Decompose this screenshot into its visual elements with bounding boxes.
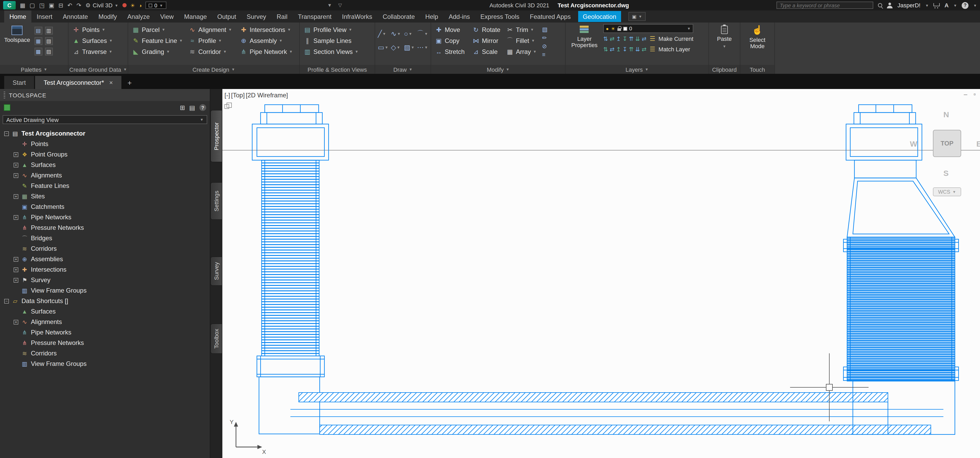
plus-expander-icon[interactable]: +: [14, 319, 18, 324]
autodesk-store-icon[interactable]: A: [944, 2, 948, 8]
ribbon-button-fillet[interactable]: ⌒Fillet▼: [505, 35, 539, 46]
viewcube-east[interactable]: E: [976, 139, 980, 148]
ribbon-button-traverse[interactable]: ⊿Traverse▼: [71, 46, 114, 57]
undo-icon[interactable]: ↶: [67, 2, 72, 9]
tab-survey[interactable]: Survey: [242, 10, 272, 22]
tree-item-survey[interactable]: +⚑Survey: [0, 275, 210, 285]
tab-express-tools[interactable]: Express Tools: [475, 10, 525, 22]
tab-manage[interactable]: Manage: [179, 10, 212, 22]
ribbon-button-points[interactable]: ✛Points▼: [71, 24, 114, 35]
circle-icon[interactable]: ○▼: [404, 27, 416, 40]
tree-item-surfaces[interactable]: ▲Surfaces: [0, 306, 210, 317]
chevron-down-icon[interactable]: ▼: [327, 3, 332, 8]
more-draw-tools-icon[interactable]: ⋯▼: [417, 41, 429, 53]
layer-copy-icon[interactable]: ⇄: [642, 46, 646, 53]
tab-output[interactable]: Output: [212, 10, 242, 22]
ribbon-button-section-views[interactable]: ▥Section Views▼: [302, 46, 360, 57]
layer-thaw-icon[interactable]: ⇊: [635, 35, 640, 42]
minus-expander-icon[interactable]: −: [4, 298, 9, 303]
viewcube-west[interactable]: W: [910, 139, 917, 148]
panel-label-modify[interactable]: Modify▼: [431, 65, 565, 74]
tree-item-alignments[interactable]: +∿Alignments: [0, 317, 210, 327]
ribbon-button-assembly[interactable]: ⊕Assembly▼: [239, 35, 297, 46]
search-icon[interactable]: [878, 3, 882, 7]
tab-home[interactable]: Home: [4, 10, 32, 22]
drawing-canvas[interactable]: Y X [-] [Top] [2D Wireframe] – ▫ N W S E…: [223, 89, 980, 458]
tab-collaborate[interactable]: Collaborate: [377, 10, 420, 22]
tree-item-data-shortcuts[interactable]: −▱Data Shortcuts []: [0, 296, 210, 306]
tab-view[interactable]: View: [155, 10, 179, 22]
side-tab-prospector[interactable]: Prospector: [210, 110, 222, 162]
viewport-minimize-control[interactable]: [-]: [224, 92, 230, 99]
tree-item-view-frame-groups[interactable]: ▥View Frame Groups: [0, 285, 210, 296]
arc-icon[interactable]: ⌒▼: [417, 27, 429, 40]
ribbon-button-rotate[interactable]: ↻Rotate: [471, 24, 502, 35]
viewport-view-control[interactable]: [Top]: [231, 92, 245, 99]
match-layer-button[interactable]: Match Layer: [659, 46, 690, 52]
ribbon-button-move[interactable]: ✚Move: [434, 24, 468, 35]
titlebar-layer-control[interactable]: 0 ▼: [145, 2, 166, 9]
tab-modify[interactable]: Modify: [93, 10, 122, 22]
tab-add-ins[interactable]: Add-ins: [444, 10, 475, 22]
tab-transparent[interactable]: Transparent: [293, 10, 337, 22]
start-tab[interactable]: Start: [4, 76, 34, 89]
hatch-icon[interactable]: ▨▼: [404, 41, 416, 53]
help-icon[interactable]: ?: [962, 2, 969, 9]
tree-item-pressure-networks[interactable]: ⋔Pressure Networks: [0, 338, 210, 348]
ribbon-button-stretch[interactable]: ↔Stretch: [434, 46, 468, 57]
tab-infraworks[interactable]: InfraWorks: [337, 10, 377, 22]
layer-unisolate-icon[interactable]: ⇄: [609, 35, 614, 42]
workspace-switcher[interactable]: ⚙ Civil 3D ▼: [86, 2, 118, 9]
ribbon-button-feature-line[interactable]: ✎Feature Line▼: [131, 35, 185, 46]
brightness-icon[interactable]: ◑: [138, 2, 142, 8]
left-structure[interactable]: [252, 105, 329, 434]
side-tab-toolbox[interactable]: Toolbox: [210, 324, 222, 354]
item-view-tool-icon[interactable]: ▤: [189, 104, 195, 111]
panel-label-create-design[interactable]: Create Design▼: [128, 65, 299, 74]
viewcube-south[interactable]: S: [943, 169, 948, 177]
tree-item-pipe-networks[interactable]: ⋔Pipe Networks: [0, 327, 210, 338]
tree-item-corridors[interactable]: ≋Corridors: [0, 348, 210, 359]
panel-label-draw[interactable]: Draw▼: [375, 65, 431, 74]
layer-delete-icon[interactable]: ↧: [622, 46, 627, 53]
drawing-tab[interactable]: Test Arcgisconnector* ×: [35, 76, 121, 89]
layer-freeze-icon[interactable]: ↥: [616, 35, 621, 42]
ribbon-button-profile-view[interactable]: ▤Profile View▼: [302, 24, 360, 35]
layer-merge-icon[interactable]: ↥: [616, 46, 621, 53]
tree-item-corridors[interactable]: ≋Corridors: [0, 243, 210, 254]
command-line-icon[interactable]: ▨: [45, 48, 52, 56]
plus-expander-icon[interactable]: +: [14, 278, 18, 282]
tree-item-test-arcgisconnector[interactable]: −▤Test Arcgisconnector: [0, 128, 210, 139]
tree-item-view-frame-groups[interactable]: ▥View Frame Groups: [0, 359, 210, 369]
plus-expander-icon[interactable]: +: [14, 194, 18, 199]
ribbon-button-trim[interactable]: ✂Trim▼: [505, 24, 539, 35]
edit-icon[interactable]: ✏: [542, 35, 547, 41]
erase-icon[interactable]: ⊘: [542, 43, 547, 50]
plot-icon[interactable]: ⊟: [58, 2, 63, 9]
properties-palette-icon[interactable]: ▤: [34, 27, 42, 35]
ribbon-button-parcel[interactable]: ▦Parcel▼: [131, 24, 185, 35]
tree-item-point-groups[interactable]: +❖Point Groups: [0, 149, 210, 160]
viewcube-north[interactable]: N: [943, 110, 949, 119]
new-file-icon[interactable]: ▢: [30, 2, 35, 9]
username[interactable]: JasperD!: [897, 2, 920, 8]
app-menu-icon[interactable]: ▦: [20, 2, 25, 9]
plus-expander-icon[interactable]: +: [14, 215, 18, 220]
viewport-restore-button[interactable]: ▫: [974, 91, 976, 98]
layer-off-icon[interactable]: ↧: [622, 35, 627, 42]
data-shortcuts-tool-icon[interactable]: ⊞: [180, 104, 185, 111]
view-selector-dropdown[interactable]: Active Drawing View ▼: [3, 115, 207, 124]
chevron-down-icon[interactable]: ▼: [973, 3, 977, 7]
horizontal-pipe[interactable]: [290, 393, 943, 434]
tree-item-pipe-networks[interactable]: +⋔Pipe Networks: [0, 212, 210, 222]
minus-expander-icon[interactable]: −: [4, 131, 9, 136]
panel-label-layers[interactable]: Layers▼: [566, 65, 708, 74]
ribbon-button-sample-lines[interactable]: ∥Sample Lines: [302, 35, 360, 46]
survey-palette-icon[interactable]: ▧: [45, 37, 52, 45]
side-tab-settings[interactable]: Settings: [210, 182, 222, 220]
drag-handle-icon[interactable]: [4, 92, 5, 98]
ribbon-button-array[interactable]: ▦Array▼: [505, 46, 539, 57]
active-drawing-icon[interactable]: [4, 104, 11, 111]
plus-expander-icon[interactable]: +: [14, 257, 18, 262]
side-tab-survey[interactable]: Survey: [210, 257, 222, 286]
